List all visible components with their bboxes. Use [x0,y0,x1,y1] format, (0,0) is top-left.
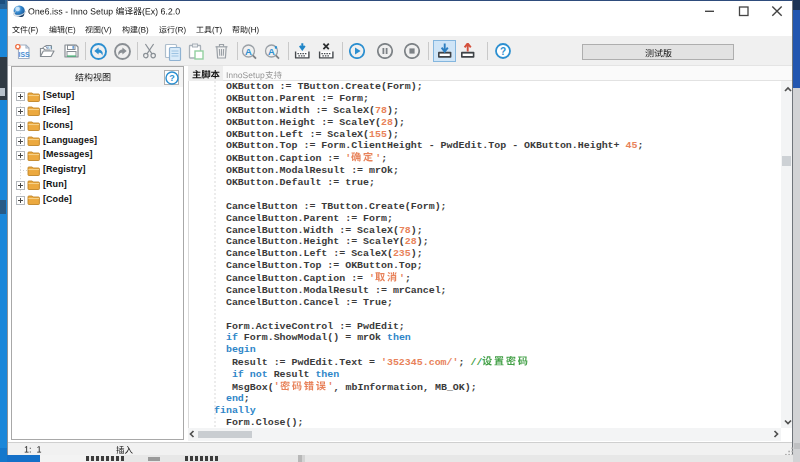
svg-text:?: ? [169,73,175,83]
svg-text:A: A [268,46,275,57]
svg-text:ISS: ISS [19,51,30,58]
svg-text:?: ? [500,46,506,57]
svg-text:A: A [245,46,252,57]
